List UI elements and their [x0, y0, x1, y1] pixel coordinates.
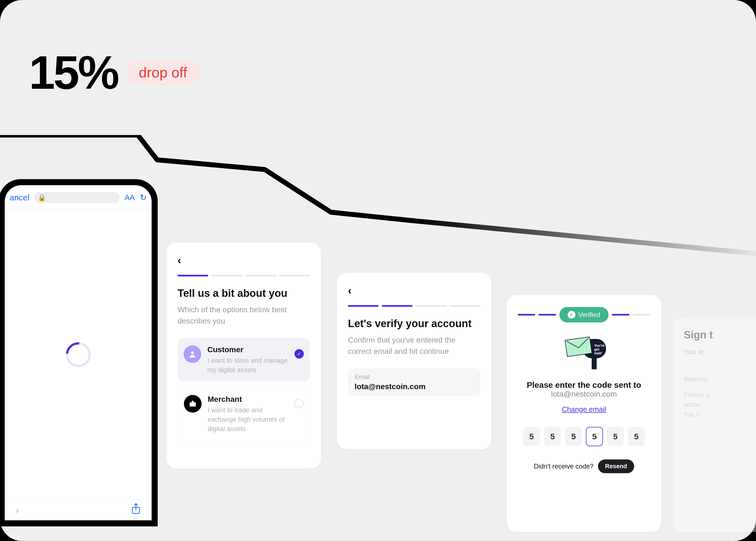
person-icon [184, 345, 201, 363]
ghost-title: Sign t [684, 329, 756, 341]
svg-text:got: got [594, 347, 599, 351]
lock-icon: 🔒 [38, 194, 46, 202]
change-email-link[interactable]: Change email [518, 405, 650, 414]
check-icon: ✓ [295, 349, 304, 358]
otp-digit[interactable]: 5 [544, 427, 561, 446]
resend-row: Didn't receive code? Resend [518, 459, 650, 473]
otp-digit[interactable]: 5 [523, 427, 540, 446]
spinner-icon [61, 337, 96, 372]
drop-off-badge: drop off [126, 60, 200, 85]
sign-card-ghost: Sign t You ar Welcom Please s authe that… [673, 317, 756, 532]
back-icon[interactable]: ‹ [178, 255, 181, 267]
ghost-text: Please s [684, 390, 756, 400]
option-desc: I want to store and manage my digital as… [207, 356, 289, 374]
ghost-text: authe [684, 400, 756, 409]
ghost-line: You ar [684, 347, 756, 356]
phone-device-frame: ancel 🔒 AA ↻ › [0, 179, 158, 526]
progress-bar-with-badge: ✓ Verified [518, 307, 650, 322]
svg-text:mail!: mail! [594, 351, 602, 355]
email-value: lota@nestcoin.com [355, 382, 474, 391]
card-title: Let's verify your account [348, 318, 480, 329]
about-you-card: ‹ Tell us a bit about you Which of the o… [167, 243, 321, 468]
otp-digit-active[interactable]: 5 [586, 427, 603, 446]
text-size-button[interactable]: AA [125, 193, 135, 202]
resend-button[interactable]: Resend [598, 459, 634, 473]
resend-question: Didn't receive code? [534, 462, 594, 470]
option-title: Customer [207, 345, 289, 354]
option-merchant[interactable]: Merchant I want to trade and exchange hi… [178, 387, 310, 441]
browser-toolbar: ancel 🔒 AA ↻ [5, 185, 152, 210]
svg-point-1 [191, 351, 194, 354]
otp-digit[interactable]: 5 [607, 427, 624, 446]
enter-code-card: ✓ Verified You've got mail! Please enter… [507, 295, 661, 532]
url-bar[interactable]: 🔒 [34, 192, 120, 203]
drop-off-percent: 15% [29, 46, 118, 100]
otp-digit[interactable]: 5 [628, 427, 645, 446]
verified-label: Verified [578, 311, 600, 318]
card-title: Tell us a bit about you [178, 287, 310, 299]
svg-rect-4 [592, 358, 597, 369]
card-subtitle: Confirm that you've entered the correct … [348, 334, 480, 357]
share-icon[interactable] [131, 503, 141, 517]
option-desc: I want to trade and exchange high volume… [208, 405, 288, 433]
cancel-button[interactable]: ancel [10, 193, 30, 202]
phone-content-loading [5, 210, 152, 499]
progress-bar [348, 305, 480, 307]
option-customer[interactable]: Customer I want to store and manage my d… [178, 338, 310, 381]
canvas: 15% drop off ancel 🔒 AA ↻ › [0, 0, 756, 541]
radio-empty-icon [294, 399, 304, 408]
email-label: Email [355, 373, 474, 381]
otp-input-row: 5 5 5 5 5 5 [518, 427, 650, 446]
phone-screen: ancel 🔒 AA ↻ › [5, 185, 152, 520]
code-heading: Please enter the code sent to [518, 380, 650, 390]
ghost-text: that y [684, 409, 756, 419]
code-email: lota@nestcoin.com [518, 390, 650, 398]
option-title: Merchant [208, 395, 288, 404]
verify-account-card: ‹ Let's verify your account Confirm that… [337, 273, 491, 449]
progress-bar [178, 275, 310, 276]
reload-icon[interactable]: ↻ [140, 193, 147, 202]
svg-text:You've: You've [594, 344, 605, 347]
ghost-welcome: Welcom [684, 375, 756, 383]
browser-bottom-bar: › [5, 499, 152, 520]
drop-off-stat: 15% drop off [29, 46, 200, 100]
check-circle-icon: ✓ [568, 311, 575, 318]
back-icon[interactable]: ‹ [348, 285, 352, 297]
card-subtitle: Which of the options below best describe… [178, 304, 310, 326]
svg-rect-2 [190, 402, 196, 406]
email-field[interactable]: Email lota@nestcoin.com [348, 368, 480, 396]
verified-badge: ✓ Verified [559, 307, 608, 322]
otp-digit[interactable]: 5 [565, 427, 582, 446]
briefcase-icon [184, 395, 202, 412]
mailbox-icon: You've got mail! [559, 333, 609, 372]
forward-icon[interactable]: › [16, 504, 19, 516]
svg-rect-5 [565, 337, 592, 357]
